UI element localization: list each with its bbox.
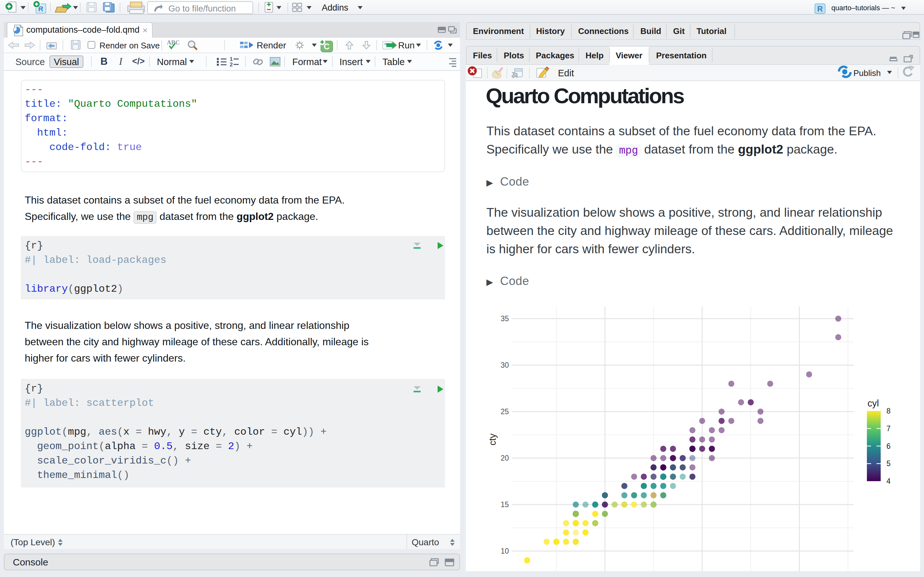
- svg-text:2: 2: [230, 61, 233, 68]
- svg-text:25: 25: [501, 408, 509, 416]
- svg-text:15: 15: [501, 500, 509, 509]
- svg-text:7: 7: [887, 424, 891, 433]
- svg-text:8: 8: [887, 407, 891, 415]
- svg-text:5: 5: [887, 459, 891, 468]
- svg-text:20: 20: [501, 454, 509, 462]
- svg-text:35: 35: [501, 314, 509, 323]
- svg-text:cyl: cyl: [867, 398, 879, 408]
- svg-text:10: 10: [501, 547, 509, 555]
- svg-text:6: 6: [887, 442, 891, 450]
- svg-text:30: 30: [501, 361, 509, 369]
- svg-text:4: 4: [887, 477, 891, 485]
- svg-text:cty: cty: [487, 434, 498, 446]
